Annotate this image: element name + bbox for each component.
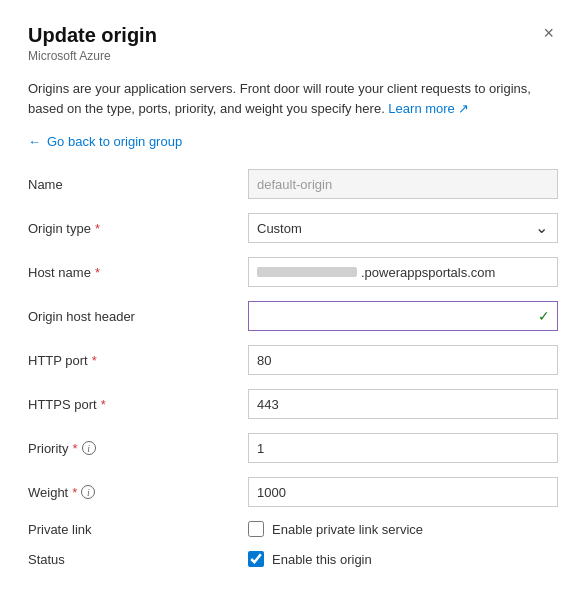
origin-type-select[interactable]: Custom Storage Cloud service Web App — [248, 213, 558, 243]
http-port-label: HTTP port * — [28, 353, 248, 368]
https-port-label: HTTPS port * — [28, 397, 248, 412]
origin-type-row: Origin type * Custom Storage Cloud servi… — [28, 213, 558, 243]
private-link-checkbox[interactable] — [248, 521, 264, 537]
origin-host-header-wrap: ✓ — [248, 301, 558, 331]
origin-host-header-label: Origin host header — [28, 309, 248, 324]
priority-required-marker: * — [72, 441, 77, 456]
name-label: Name — [28, 177, 248, 192]
hostname-blur-placeholder — [257, 267, 357, 277]
weight-control — [248, 477, 558, 507]
priority-row: Priority * i — [28, 433, 558, 463]
weight-required-marker: * — [72, 485, 77, 500]
https-port-row: HTTPS port * — [28, 389, 558, 419]
http-port-row: HTTP port * — [28, 345, 558, 375]
host-name-label: Host name * — [28, 265, 248, 280]
name-row: Name — [28, 169, 558, 199]
description: Origins are your application servers. Fr… — [28, 79, 558, 118]
learn-more-link[interactable]: Learn more ↗ — [388, 101, 469, 116]
origin-type-required-marker: * — [95, 221, 100, 236]
status-control: Enable this origin — [248, 551, 558, 567]
host-name-display: .powerappsportals.com — [248, 257, 558, 287]
private-link-checkbox-label[interactable]: Enable private link service — [272, 522, 423, 537]
external-link-icon: ↗ — [458, 101, 469, 116]
status-row: Status Enable this origin — [28, 551, 558, 567]
origin-host-header-input[interactable] — [248, 301, 558, 331]
weight-label: Weight * i — [28, 485, 248, 500]
priority-info-icon[interactable]: i — [82, 441, 96, 455]
panel-subtitle: Microsoft Azure — [28, 49, 157, 63]
close-button[interactable]: × — [539, 24, 558, 42]
check-icon: ✓ — [538, 308, 550, 324]
https-port-required-marker: * — [101, 397, 106, 412]
http-port-required-marker: * — [92, 353, 97, 368]
hostname-suffix: .powerappsportals.com — [361, 265, 495, 280]
back-arrow-icon: ← — [28, 134, 41, 149]
update-origin-panel: Update origin Microsoft Azure × Origins … — [0, 0, 586, 592]
private-link-label: Private link — [28, 522, 248, 537]
weight-info-icon[interactable]: i — [81, 485, 95, 499]
origin-type-select-wrap: Custom Storage Cloud service Web App — [248, 213, 558, 243]
origin-host-header-row: Origin host header ✓ — [28, 301, 558, 331]
private-link-row: Private link Enable private link service — [28, 521, 558, 537]
priority-input[interactable] — [248, 433, 558, 463]
weight-row: Weight * i — [28, 477, 558, 507]
status-checkbox[interactable] — [248, 551, 264, 567]
http-port-control — [248, 345, 558, 375]
https-port-input[interactable] — [248, 389, 558, 419]
origin-type-control: Custom Storage Cloud service Web App — [248, 213, 558, 243]
weight-input[interactable] — [248, 477, 558, 507]
host-name-row: Host name * .powerappsportals.com — [28, 257, 558, 287]
priority-label: Priority * i — [28, 441, 248, 456]
name-control — [248, 169, 558, 199]
priority-control — [248, 433, 558, 463]
panel-title-block: Update origin Microsoft Azure — [28, 24, 157, 75]
http-port-input[interactable] — [248, 345, 558, 375]
host-name-control: .powerappsportals.com — [248, 257, 558, 287]
back-to-origin-group-link[interactable]: ← Go back to origin group — [28, 134, 558, 149]
status-checkbox-row: Enable this origin — [248, 551, 558, 567]
private-link-checkbox-row: Enable private link service — [248, 521, 558, 537]
host-name-required-marker: * — [95, 265, 100, 280]
origin-type-label: Origin type * — [28, 221, 248, 236]
origin-host-header-control: ✓ — [248, 301, 558, 331]
panel-title: Update origin — [28, 24, 157, 47]
panel-header: Update origin Microsoft Azure × — [28, 24, 558, 75]
status-label: Status — [28, 552, 248, 567]
private-link-control: Enable private link service — [248, 521, 558, 537]
name-input — [248, 169, 558, 199]
https-port-control — [248, 389, 558, 419]
status-checkbox-label[interactable]: Enable this origin — [272, 552, 372, 567]
